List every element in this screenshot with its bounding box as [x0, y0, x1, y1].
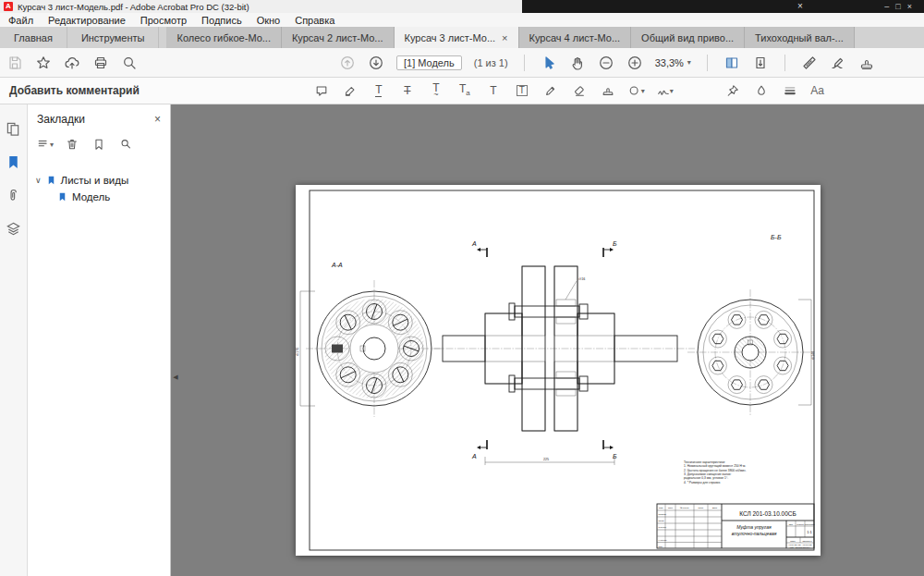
pdf-page: А-А: [296, 185, 821, 556]
chevron-expanded-icon[interactable]: ∨: [35, 176, 42, 185]
layers-panel-button[interactable]: [6, 221, 21, 239]
circle-shape-icon: [628, 84, 641, 97]
page-thumbnails-button[interactable]: [6, 121, 21, 140]
insert-text-button[interactable]: Ta: [456, 80, 473, 101]
doc-tab-label: Курсач 4 лист-Мо...: [529, 32, 621, 43]
background-window-titlebar: × –□×: [522, 0, 924, 13]
window-controls[interactable]: –□×: [884, 0, 918, 13]
bookmark-item-root[interactable]: ∨ Листы и виды: [31, 172, 166, 189]
scroll-page-icon: [753, 55, 768, 70]
panel-close-icon[interactable]: ×: [154, 113, 161, 126]
line-weight-button[interactable]: [782, 80, 798, 101]
eraser-tool-button[interactable]: [571, 80, 588, 101]
page-count-label: (1 из 1): [474, 57, 508, 68]
svg-text:Т.контр.: Т.контр.: [659, 526, 667, 529]
zoom-out-button[interactable]: [598, 53, 614, 73]
layers-icon: [6, 221, 21, 237]
doc-tab-label: Общий вид приво...: [641, 32, 734, 43]
document-view[interactable]: ◀ А-А: [171, 104, 924, 576]
text-box-button[interactable]: T: [514, 80, 530, 101]
cut-b-top: Б: [613, 240, 617, 247]
add-stamp-button[interactable]: [600, 80, 616, 101]
text-properties-button[interactable]: Aa: [810, 84, 824, 97]
doc-tab-5[interactable]: Общий вид приво...: [631, 27, 745, 48]
minimize-icon[interactable]: –: [884, 2, 895, 11]
hand-tool-button[interactable]: [569, 53, 586, 73]
bookmark-icon: [46, 175, 56, 186]
stamp-tool-button[interactable]: [858, 53, 875, 73]
attachments-panel-button[interactable]: [6, 188, 21, 206]
svg-text:Н.контр.: Н.контр.: [659, 539, 668, 542]
highlighter-button[interactable]: [342, 80, 359, 101]
main-toolbar: [1] Модель (1 из 1) 33,3%▾: [0, 48, 924, 78]
page-view-button[interactable]: [723, 53, 740, 73]
pencil-tool-button[interactable]: [542, 80, 559, 101]
doc-number: КСЛ 201-03.10.00СБ: [739, 510, 796, 517]
svg-text:Листов 1: Листов 1: [802, 540, 812, 543]
zoom-in-button[interactable]: [626, 53, 643, 73]
sticky-note-button[interactable]: [313, 80, 330, 101]
doc-tab-3-active[interactable]: Курсач 3 лист-Мо...×: [395, 27, 519, 48]
doc-tab-1[interactable]: Колесо гибкое-Мо...: [166, 27, 281, 48]
svg-text:Лит.: Лит.: [789, 523, 794, 526]
cut-b-bottom: Б: [613, 453, 617, 460]
menu-file[interactable]: Файл: [8, 15, 33, 26]
cursor-icon: [541, 55, 556, 70]
underline-text-button[interactable]: T: [371, 80, 387, 101]
highlighter-icon: [344, 84, 357, 97]
bookmark-item-model[interactable]: Модель: [31, 189, 166, 205]
page-number-input[interactable]: [1] Модель: [396, 55, 462, 70]
tab-tools[interactable]: Инструменты: [67, 27, 160, 48]
svg-text:Лист: Лист: [668, 507, 674, 509]
menu-edit[interactable]: Редактирование: [48, 15, 126, 26]
panel-collapse-handle[interactable]: ◀: [171, 362, 180, 393]
tab-close-icon[interactable]: ×: [502, 32, 507, 43]
zoom-level-dropdown[interactable]: 33,3%▾: [655, 57, 691, 68]
add-text-comment-button[interactable]: T: [485, 80, 502, 101]
next-page-button[interactable]: [368, 53, 384, 73]
menu-view[interactable]: Просмотр: [140, 15, 187, 26]
new-bookmark-button[interactable]: [91, 134, 107, 154]
color-picker-button[interactable]: [753, 80, 770, 101]
menu-sign[interactable]: Подпись: [201, 15, 242, 26]
doc-tab-2[interactable]: Курсач 2 лист-Мо...: [282, 27, 395, 48]
select-tool-button[interactable]: [541, 53, 557, 73]
maximize-icon[interactable]: □: [895, 2, 906, 11]
keep-tool-selected-button[interactable]: [724, 80, 741, 101]
tab-home[interactable]: Главная: [0, 27, 67, 48]
doc-tab-6[interactable]: Тихоходный вал-...: [745, 27, 855, 48]
menu-help[interactable]: Справка: [295, 15, 334, 26]
zoom-out-icon: [599, 55, 614, 70]
bookmark-options-button[interactable]: ▾: [37, 134, 54, 154]
scroll-mode-button[interactable]: [752, 53, 769, 73]
close-icon[interactable]: ×: [907, 2, 918, 11]
text-box-icon: T: [517, 85, 528, 96]
bookmark-item-label: Листы и виды: [61, 175, 129, 186]
doc-tab-4[interactable]: Курсач 4 лист-Мо...: [519, 27, 632, 48]
magnifier-icon: [119, 138, 132, 151]
previous-page-button[interactable]: [339, 53, 356, 73]
ink-signature-button[interactable]: ▾: [657, 80, 674, 101]
bookmarks-tree: ∨ Листы и виды Модель: [28, 163, 170, 214]
bookmarks-panel-toolbar: ▾: [28, 131, 170, 163]
fill-sign-button[interactable]: [830, 53, 846, 73]
bookmarks-panel-button[interactable]: [6, 154, 21, 173]
find-bookmark-button[interactable]: [117, 134, 134, 154]
squiggly-underline-button[interactable]: T~: [428, 80, 444, 101]
save-button[interactable]: [6, 53, 23, 73]
measure-tool-button[interactable]: [801, 53, 818, 73]
shapes-tool-button[interactable]: ▾: [628, 80, 645, 101]
document-tabs: Колесо гибкое-Мо... Курсач 2 лист-Мо... …: [166, 27, 854, 48]
star-button[interactable]: [35, 53, 52, 73]
comment-toolbar-title: Добавить комментарий: [0, 84, 140, 97]
dim-length: 225: [543, 458, 549, 461]
strikethrough-text-button[interactable]: T: [399, 80, 416, 101]
stamp-icon: [602, 84, 614, 97]
delete-bookmark-button[interactable]: [64, 134, 80, 154]
print-button[interactable]: [92, 53, 109, 73]
share-button[interactable]: [64, 53, 80, 73]
search-button[interactable]: [121, 53, 138, 73]
part-name-line2: втулочно-пальцевая: [732, 531, 777, 536]
background-close-icon[interactable]: ×: [797, 0, 803, 13]
menu-window[interactable]: Окно: [257, 15, 281, 26]
